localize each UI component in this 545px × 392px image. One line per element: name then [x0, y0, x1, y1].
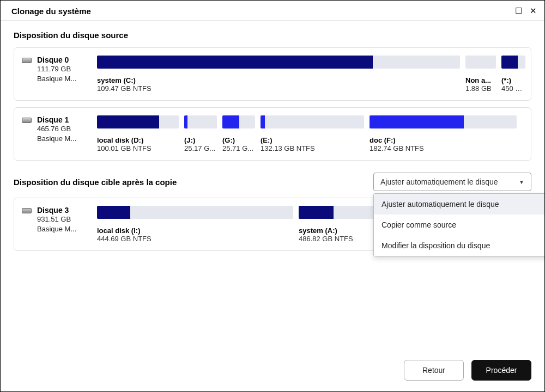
partition-label: local disk (D:): [97, 136, 179, 144]
source-heading: Disposition du disque source: [14, 30, 531, 40]
partition-label: (G:): [222, 136, 255, 144]
source-disk-1[interactable]: Disque 1 465.76 GB Basique M... local di…: [14, 107, 531, 161]
partition-sub: 444.69 GB NTFS: [97, 235, 293, 243]
close-icon[interactable]: ✕: [530, 6, 537, 16]
partition-sub: 450 M...: [501, 84, 525, 93]
content: Disposition du disque source Disque 0 11…: [1, 21, 544, 251]
disk-type: Basique M...: [37, 134, 76, 144]
partitions: local disk (D:) 100.01 GB NTFS (J:) 25.1…: [97, 115, 522, 152]
disk-info: Disque 3 931.51 GB Basique M...: [22, 206, 87, 243]
titlebar: Clonage du système ☐ ✕: [1, 1, 544, 21]
source-disk-0[interactable]: Disque 0 111.79 GB Basique M... system (…: [14, 47, 531, 101]
partition-sub: 25.71 G...: [222, 144, 255, 152]
partition-sub: 100.01 GB NTFS: [97, 144, 179, 152]
disk-name: Disque 1: [37, 115, 76, 124]
partition[interactable]: system (C:) 109.47 GB NTFS: [97, 56, 460, 93]
partition[interactable]: local disk (I:) 444.69 GB NTFS: [97, 206, 293, 243]
maximize-icon[interactable]: ☐: [515, 6, 522, 16]
footer: Retour Procéder: [404, 360, 531, 381]
window-controls: ☐ ✕: [515, 6, 537, 16]
partition-label: (E:): [261, 136, 364, 144]
layout-dropdown-menu: Ajuster automatiquement le disque Copier…: [373, 193, 545, 256]
chevron-down-icon: ▼: [519, 179, 524, 185]
back-button[interactable]: Retour: [404, 360, 464, 381]
disk-size: 111.79 GB: [37, 64, 76, 74]
partition[interactable]: doc (F:) 182.74 GB NTFS: [370, 115, 517, 152]
partition[interactable]: (E:) 132.13 GB NTFS: [261, 115, 364, 152]
target-header: Disposition du disque cible après la cop…: [14, 173, 531, 191]
layout-dropdown: Ajuster automatiquement le disque ▼ Ajus…: [373, 173, 531, 191]
disk-icon: [22, 58, 32, 63]
disk-icon: [22, 208, 32, 213]
partition-sub: 109.47 GB NTFS: [97, 84, 460, 93]
partition-sub: 132.13 GB NTFS: [261, 144, 364, 152]
layout-dropdown-button[interactable]: Ajuster automatiquement le disque ▼: [373, 173, 531, 191]
disk-size: 465.76 GB: [37, 124, 76, 134]
partition-sub: 25.17 G...: [184, 144, 217, 152]
partitions: system (C:) 109.47 GB NTFS Non a... 1.88…: [97, 56, 525, 93]
partition-sub: 1.88 GB: [465, 84, 496, 93]
partition-label: doc (F:): [370, 136, 517, 144]
proceed-button[interactable]: Procéder: [471, 360, 531, 381]
disk-icon: [22, 118, 32, 123]
partition-label: system (C:): [97, 76, 460, 84]
partition[interactable]: local disk (D:) 100.01 GB NTFS: [97, 115, 179, 152]
dropdown-option-auto[interactable]: Ajuster automatiquement le disque: [374, 194, 545, 215]
disk-name: Disque 0: [37, 56, 76, 64]
disk-info: Disque 1 465.76 GB Basique M...: [22, 115, 87, 152]
partition[interactable]: (J:) 25.17 G...: [184, 115, 217, 152]
partition-label: (J:): [184, 136, 217, 144]
disk-name: Disque 3: [37, 206, 76, 215]
disk-info: Disque 0 111.79 GB Basique M...: [22, 56, 87, 93]
partition[interactable]: (*:) 450 M...: [501, 56, 525, 93]
partition[interactable]: Non a... 1.88 GB: [465, 56, 496, 93]
dropdown-option-modify[interactable]: Modifier la disposition du disque: [374, 235, 545, 256]
partition-label: local disk (I:): [97, 226, 293, 235]
partition[interactable]: (G:) 25.71 G...: [222, 115, 255, 152]
partition-sub: 182.74 GB NTFS: [370, 144, 517, 152]
dropdown-option-copy[interactable]: Copier comme source: [374, 215, 545, 235]
disk-size: 931.51 GB: [37, 215, 76, 224]
partition-label: (*:): [501, 76, 525, 84]
dropdown-selected: Ajuster automatiquement le disque: [380, 177, 498, 186]
disk-type: Basique M...: [37, 74, 76, 84]
partition-label: Non a...: [465, 76, 496, 84]
window-title: Clonage du système: [11, 7, 91, 16]
disk-type: Basique M...: [37, 224, 76, 234]
target-heading: Disposition du disque cible après la cop…: [14, 177, 177, 187]
